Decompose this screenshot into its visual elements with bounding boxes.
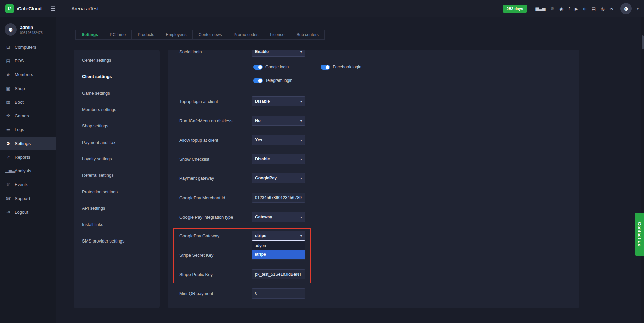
boot-icon: ▦ [5, 100, 11, 105]
dropdown-option-stripe[interactable]: stripe [252, 250, 305, 259]
chevron-down-icon: ▾ [300, 119, 302, 123]
main-content: Settings PC Time Products Employees Cent… [56, 17, 644, 323]
settings-nav-center[interactable]: Center settings [74, 55, 160, 65]
youtube-icon[interactable]: ▶ [575, 7, 578, 11]
billing-icon[interactable]: ▤ [592, 7, 596, 11]
icafemenu-diskless-select[interactable]: No ▾ [252, 116, 305, 126]
show-checklist-select[interactable]: Disable ▾ [252, 154, 305, 164]
settings-nav-sms-provider[interactable]: SMS provider settings [74, 236, 160, 246]
mail-icon[interactable]: ✉ [610, 7, 613, 11]
form-row-stripe-secret: Stripe Secret Key [168, 250, 579, 260]
settings-nav-members[interactable]: Members settings [74, 105, 160, 115]
sidebar-item-pos[interactable]: ▤ POS [0, 54, 56, 68]
tab-promo-codes[interactable]: Promo codes [228, 30, 265, 40]
settings-nav-install-links[interactable]: Install links [74, 220, 160, 230]
stripe-public-key-input[interactable] [252, 269, 305, 279]
scrollbar-thumb[interactable] [642, 35, 644, 49]
toggle-label: Facebook login [333, 65, 361, 69]
sidebar-item-logout[interactable]: ⇥ Logout [0, 205, 56, 219]
settings-nav-referral[interactable]: Referral settings [74, 170, 160, 180]
sidebar-item-support[interactable]: ☎ Support [0, 192, 56, 205]
sidebar-user[interactable]: ☻ admin 005193482475 [0, 21, 56, 40]
toggle-knob [258, 79, 262, 83]
sidebar-item-computers[interactable]: ⊡ Computers [0, 40, 56, 54]
tab-sub-centers[interactable]: Sub centers [290, 30, 325, 40]
toggle-knob [258, 65, 262, 69]
sidebar-item-label: Computers [15, 45, 36, 50]
settings-nav-client[interactable]: Client settings [74, 72, 160, 82]
field-label: Run iCafeMenu on diskless [168, 118, 252, 123]
tab-settings[interactable]: Settings [75, 30, 104, 40]
allow-topup-select[interactable]: Yes ▾ [252, 135, 305, 145]
settings-nav-shop[interactable]: Shop settings [74, 121, 160, 131]
social-login-select[interactable]: Enable ▾ [252, 50, 305, 57]
select-value: No [255, 118, 300, 123]
license-days-badge[interactable]: 282 days [503, 5, 527, 13]
contact-us-button[interactable]: Contact us [635, 213, 644, 256]
facebook-login-toggle[interactable] [321, 65, 330, 70]
sidebar-item-label: Boot [15, 100, 24, 105]
preview-icon[interactable]: ◎ [601, 7, 604, 11]
field-label: Mini QR payment [168, 291, 252, 296]
telegram-login-toggle[interactable] [253, 78, 263, 83]
integration-type-select[interactable]: Gateway ▾ [252, 212, 305, 222]
sidebar-item-members[interactable]: ☻ Members [0, 68, 56, 82]
payment-gateway-select[interactable]: GooglePay ▾ [252, 173, 305, 183]
field-label: GooglePay Merchant Id [168, 195, 252, 200]
sidebar-item-reports[interactable]: ↗ Reports [0, 150, 56, 164]
select-value: Enable [255, 50, 300, 54]
sidebar-item-shop[interactable]: ▣ Shop [0, 82, 56, 95]
field-label: Google Pay integration type [168, 215, 252, 220]
tab-employees[interactable]: Employees [160, 30, 193, 40]
dropdown-option-adyen[interactable]: adyen [252, 241, 305, 250]
form-row-integration-type: Google Pay integration type Gateway ▾ [168, 212, 579, 222]
sidebar-item-label: Games [15, 113, 29, 118]
divider [74, 40, 628, 40]
googlepay-gateway-dropdown: adyen stripe [252, 241, 305, 259]
settings-nav-loyalty[interactable]: Loyalty settings [74, 154, 160, 164]
field-label: Stripe Secret Key [168, 253, 252, 258]
field-label: Topup login at client [168, 99, 252, 104]
select-value: Disable [255, 157, 300, 161]
settings-nav-game[interactable]: Game settings [74, 88, 160, 98]
trophy-icon[interactable]: ♕ [550, 7, 554, 11]
googlepay-merchant-id-input[interactable] [252, 193, 305, 203]
googlepay-gateway-select[interactable]: stripe ▾ [252, 231, 305, 241]
user-name: admin [20, 25, 43, 30]
facebook-icon[interactable]: f [568, 7, 570, 11]
chevron-down-icon[interactable]: ▾ [637, 7, 639, 11]
tab-bar: Settings PC Time Products Employees Cent… [75, 30, 325, 40]
google-login-toggle-group: Google login [253, 65, 289, 70]
form-row-login-toggles-1: Google login Facebook login [253, 64, 579, 70]
rss-icon[interactable]: ◉ [559, 7, 563, 11]
user-avatar[interactable]: ☻ [620, 3, 632, 14]
sidebar-item-analysis[interactable]: ▂▅▃ Analysis [0, 164, 56, 178]
settings-nav-api[interactable]: API settings [74, 203, 160, 213]
sidebar-item-settings[interactable]: ⚙ Settings [0, 137, 56, 150]
sidebar-item-label: Settings [15, 141, 31, 146]
tab-products[interactable]: Products [131, 30, 160, 40]
tab-center-news[interactable]: Center news [192, 30, 228, 40]
sidebar-item-logs[interactable]: ☰ Logs [0, 123, 56, 137]
select-value: Yes [255, 138, 300, 142]
tab-pc-time[interactable]: PC Time [104, 30, 132, 40]
stats-icon[interactable]: ▆▃▅ [535, 7, 545, 11]
sidebar-item-events[interactable]: ♕ Events [0, 178, 56, 192]
user-id: 005193482475 [20, 31, 43, 35]
sidebar-item-boot[interactable]: ▦ Boot [0, 95, 56, 109]
scrollbar-track[interactable] [641, 17, 644, 323]
globe-icon[interactable]: ⊕ [583, 7, 587, 11]
form-row-payment-gateway: Payment gateway GooglePay ▾ [168, 173, 579, 183]
tab-license[interactable]: License [264, 30, 290, 40]
settings-nav-panel: Center settings Client settings Game set… [74, 50, 160, 308]
topup-login-select[interactable]: Disable ▾ [252, 96, 305, 106]
settings-nav-protection[interactable]: Protection settings [74, 187, 160, 197]
sidebar-item-games[interactable]: ✜ Games [0, 109, 56, 123]
client-settings-panel: Social login Enable ▾ Google login Faceb… [168, 50, 579, 308]
menu-toggle-icon[interactable]: ☰ [50, 5, 55, 12]
select-value: Disable [255, 99, 300, 104]
google-login-toggle[interactable] [253, 65, 263, 70]
settings-nav-payment-tax[interactable]: Payment and Tax [74, 138, 160, 148]
form-row-social-login: Social login Enable ▾ [168, 50, 579, 57]
mini-qr-payment-input[interactable] [252, 288, 305, 299]
